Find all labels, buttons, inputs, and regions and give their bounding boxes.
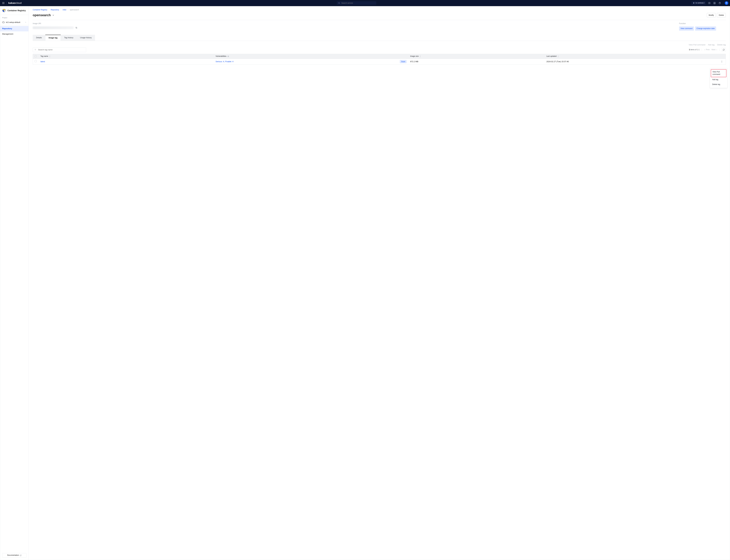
tab-usage-history[interactable]: Usage history	[77, 35, 95, 41]
delete-button[interactable]: Delete	[717, 13, 726, 17]
tag-search-input[interactable]	[38, 48, 85, 51]
info-icon[interactable]	[227, 55, 229, 57]
image-uri-label: Image URI	[33, 22, 673, 25]
svg-point-2	[4, 2, 4, 3]
refresh-button[interactable]	[722, 48, 726, 52]
sidebar-header: Container Registry	[0, 6, 28, 15]
menu-delete-tag[interactable]: Delete tag	[711, 82, 726, 87]
svg-point-8	[4, 4, 4, 4]
tab-image-tag[interactable]: Image tag	[45, 35, 61, 41]
table-head: Tag name Vulnerabilities Image size	[33, 54, 726, 59]
image-uri-block: Image URI	[33, 22, 673, 31]
crumb-container-registry[interactable]: Container Registry	[33, 9, 47, 11]
function-block: Function View command Change expiration …	[679, 22, 726, 31]
image-uri-row	[33, 26, 673, 29]
region-label: kr-central-2	[696, 2, 704, 4]
sort-icon[interactable]	[49, 55, 51, 57]
view-command-badge[interactable]: View command	[679, 26, 694, 31]
pager-next-label: Next	[711, 48, 715, 51]
account-icon[interactable]	[713, 1, 716, 5]
global-search-input[interactable]	[341, 2, 375, 4]
table-row: latest Serious: 4, Fixable: 4 Scan 872.2…	[33, 59, 726, 65]
crumb-mike[interactable]: mike	[63, 9, 66, 11]
panel-icon[interactable]	[707, 1, 711, 5]
title-dropdown[interactable]	[52, 14, 54, 16]
tab-details[interactable]: Details	[33, 35, 45, 41]
divider	[6, 2, 7, 5]
pager: Prev Next	[704, 48, 717, 51]
svg-point-24	[722, 61, 722, 62]
sidebar-title: Container Registry	[7, 9, 26, 12]
row-checkbox[interactable]	[33, 60, 39, 63]
th-checkbox[interactable]	[33, 55, 39, 57]
modify-button[interactable]: Modify	[707, 13, 716, 17]
copy-icon[interactable]	[75, 26, 78, 29]
function-label: Function	[679, 22, 726, 25]
svg-rect-10	[708, 2, 710, 4]
page-title: opensearch	[33, 13, 51, 18]
th-vuln-label: Vulnerabilities	[216, 55, 226, 58]
th-vulnerabilities: Vulnerabilities	[214, 55, 409, 58]
tabs: Details Image tag Tag history Usage hist…	[33, 35, 726, 41]
function-badges: View command Change expiration date	[679, 26, 726, 31]
documentation-button[interactable]: Documentation	[2, 553, 26, 558]
region-selector[interactable]: kr-central-2	[691, 1, 706, 5]
tag-search[interactable]	[33, 47, 86, 52]
help-icon[interactable]	[718, 1, 722, 5]
pager-next: Next	[711, 48, 717, 51]
row-actions-kebab[interactable]	[720, 61, 726, 63]
svg-rect-21	[228, 56, 228, 57]
svg-point-23	[722, 61, 722, 61]
app-shell: Container Registry Project kr2-setup-def…	[0, 6, 730, 560]
th-tag-name-label: Tag name	[40, 55, 48, 58]
row-tag-name[interactable]: latest	[39, 60, 214, 63]
crumb-repository[interactable]: Repository	[51, 9, 59, 11]
documentation-label: Documentation	[7, 554, 19, 556]
global-search[interactable]	[337, 1, 376, 5]
th-tag-name[interactable]: Tag name	[39, 55, 214, 58]
sidebar-nav: Repository Management	[0, 25, 28, 38]
divider	[723, 2, 723, 5]
filter-icon	[34, 49, 36, 51]
chevron-right-icon	[67, 9, 69, 11]
change-expiration-badge[interactable]: Change expiration date	[695, 26, 716, 31]
scan-button[interactable]: Scan	[400, 60, 407, 63]
th-image-size[interactable]: Image size	[408, 55, 545, 58]
items-summary: 1 items of 1-1	[689, 48, 700, 51]
project-label: Project	[0, 15, 28, 20]
row-last-updated: 2024.02.27 (Tue) 15:37:40	[545, 60, 720, 63]
row-image-size: 872.2 MB	[408, 60, 545, 63]
menu-view-pull[interactable]: View Pull command	[711, 69, 726, 77]
table-toolbar: View Pull command Add tag Delete tag	[33, 44, 726, 46]
row-context-menu: View Pull command Add tag Delete tag	[710, 68, 728, 88]
brand-bold: kakao	[8, 2, 15, 4]
sort-icon[interactable]	[419, 55, 421, 57]
chevron-right-icon	[25, 22, 26, 23]
sidebar-item-management[interactable]: Management	[0, 31, 28, 37]
menu-add-tag[interactable]: Add tag	[711, 77, 726, 82]
checkbox-icon[interactable]	[35, 55, 37, 57]
checkbox-icon[interactable]	[35, 60, 37, 62]
th-last-updated[interactable]: Last updated	[545, 55, 720, 58]
items-count: 1	[689, 49, 690, 51]
sidebar-item-repository[interactable]: Repository	[0, 26, 28, 31]
page-actions: Modify Delete	[707, 13, 726, 17]
row-vulnerabilities: Serious: 4, Fixable: 4 Scan	[214, 60, 409, 63]
project-left: kr2-setup-default	[2, 21, 20, 24]
sidebar: Container Registry Project kr2-setup-def…	[0, 6, 29, 560]
svg-point-4	[3, 3, 4, 3]
svg-point-0	[2, 2, 3, 3]
project-selector[interactable]: kr2-setup-default	[0, 20, 28, 25]
avatar-initial: S	[726, 2, 727, 4]
sort-icon[interactable]	[557, 55, 559, 57]
project-name: kr2-setup-default	[6, 21, 20, 24]
tab-tag-history[interactable]: Tag history	[61, 35, 77, 41]
row-vuln-text[interactable]: Serious: 4, Fixable: 4	[216, 60, 233, 63]
apps-grid-icon[interactable]	[2, 1, 5, 5]
toolbar-view-pull: View Pull command	[689, 44, 705, 46]
brand-logo[interactable]: kakaocloud	[8, 1, 22, 5]
avatar[interactable]: S	[725, 1, 728, 5]
svg-point-9	[339, 2, 339, 3]
search-wrap	[23, 1, 690, 5]
svg-point-3	[2, 3, 3, 3]
